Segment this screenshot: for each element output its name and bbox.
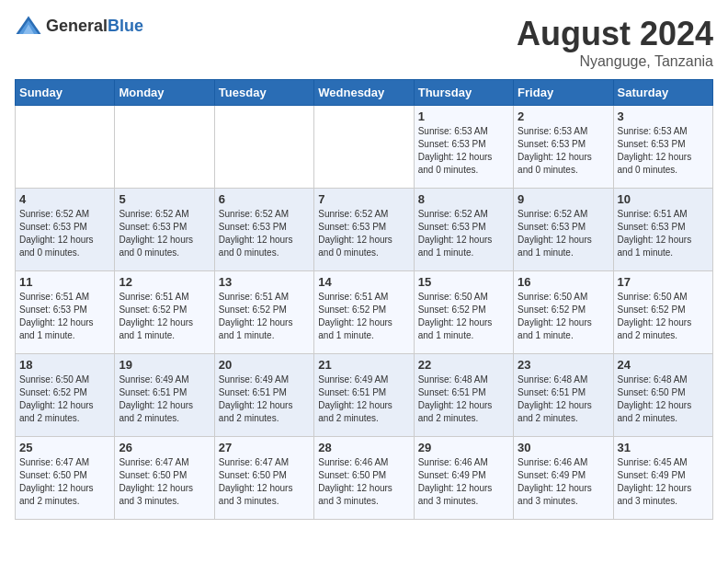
day-info: Sunrise: 6:50 AM Sunset: 6:52 PM Dayligh… <box>618 291 709 342</box>
day-number: 22 <box>418 358 509 372</box>
day-info: Sunrise: 6:52 AM Sunset: 6:53 PM Dayligh… <box>518 208 609 259</box>
logo-general-text: General <box>46 17 108 35</box>
day-number: 26 <box>119 441 210 454</box>
cell-2-4: 7Sunrise: 6:52 AM Sunset: 6:53 PM Daylig… <box>314 189 414 271</box>
header-monday: Monday <box>115 80 214 106</box>
day-info: Sunrise: 6:46 AM Sunset: 6:49 PM Dayligh… <box>518 456 609 508</box>
cell-2-6: 9Sunrise: 6:52 AM Sunset: 6:53 PM Daylig… <box>514 189 613 271</box>
day-number: 25 <box>19 441 110 454</box>
cell-3-2: 12Sunrise: 6:51 AM Sunset: 6:52 PM Dayli… <box>115 271 214 354</box>
day-number: 6 <box>219 192 310 206</box>
day-number: 24 <box>618 358 709 372</box>
cell-3-6: 16Sunrise: 6:50 AM Sunset: 6:52 PM Dayli… <box>514 271 613 354</box>
day-info: Sunrise: 6:51 AM Sunset: 6:52 PM Dayligh… <box>318 291 409 342</box>
week-row-1: 1Sunrise: 6:53 AM Sunset: 6:53 PM Daylig… <box>16 106 713 189</box>
day-number: 18 <box>19 358 110 372</box>
day-info: Sunrise: 6:52 AM Sunset: 6:53 PM Dayligh… <box>119 208 210 259</box>
day-info: Sunrise: 6:52 AM Sunset: 6:53 PM Dayligh… <box>19 208 110 259</box>
day-number: 31 <box>618 441 709 454</box>
day-info: Sunrise: 6:50 AM Sunset: 6:52 PM Dayligh… <box>518 291 609 342</box>
cell-4-5: 22Sunrise: 6:48 AM Sunset: 6:51 PM Dayli… <box>414 354 513 437</box>
title-section: August 2024 Nyanguge, Tanzania <box>517 15 713 70</box>
day-number: 19 <box>119 358 210 372</box>
day-number: 9 <box>518 192 609 206</box>
day-info: Sunrise: 6:49 AM Sunset: 6:51 PM Dayligh… <box>318 373 409 425</box>
cell-3-1: 11Sunrise: 6:51 AM Sunset: 6:53 PM Dayli… <box>16 271 115 354</box>
day-number: 1 <box>418 109 509 123</box>
cell-4-7: 24Sunrise: 6:48 AM Sunset: 6:50 PM Dayli… <box>613 354 712 437</box>
header-friday: Friday <box>514 80 613 106</box>
cell-5-5: 29Sunrise: 6:46 AM Sunset: 6:49 PM Dayli… <box>414 437 513 520</box>
cell-5-2: 26Sunrise: 6:47 AM Sunset: 6:50 PM Dayli… <box>115 437 214 520</box>
day-number: 16 <box>518 275 609 289</box>
cell-4-4: 21Sunrise: 6:49 AM Sunset: 6:51 PM Dayli… <box>314 354 414 437</box>
day-info: Sunrise: 6:52 AM Sunset: 6:53 PM Dayligh… <box>219 208 310 259</box>
cell-3-5: 15Sunrise: 6:50 AM Sunset: 6:52 PM Dayli… <box>414 271 513 354</box>
calendar-title: August 2024 <box>517 15 713 53</box>
cell-4-3: 20Sunrise: 6:49 AM Sunset: 6:51 PM Dayli… <box>214 354 313 437</box>
day-info: Sunrise: 6:47 AM Sunset: 6:50 PM Dayligh… <box>19 456 110 508</box>
cell-1-7: 3Sunrise: 6:53 AM Sunset: 6:53 PM Daylig… <box>613 106 712 189</box>
cell-4-1: 18Sunrise: 6:50 AM Sunset: 6:52 PM Dayli… <box>16 354 115 437</box>
cell-5-6: 30Sunrise: 6:46 AM Sunset: 6:49 PM Dayli… <box>514 437 613 520</box>
day-number: 8 <box>418 192 509 206</box>
day-info: Sunrise: 6:50 AM Sunset: 6:52 PM Dayligh… <box>19 373 110 425</box>
day-info: Sunrise: 6:53 AM Sunset: 6:53 PM Dayligh… <box>418 125 509 177</box>
day-number: 5 <box>119 192 210 206</box>
week-row-3: 11Sunrise: 6:51 AM Sunset: 6:53 PM Dayli… <box>16 271 713 354</box>
day-number: 7 <box>318 192 409 206</box>
day-info: Sunrise: 6:48 AM Sunset: 6:51 PM Dayligh… <box>518 373 609 425</box>
day-info: Sunrise: 6:49 AM Sunset: 6:51 PM Dayligh… <box>219 373 310 425</box>
day-number: 29 <box>418 441 509 454</box>
header-sunday: Sunday <box>16 80 115 106</box>
cell-2-2: 5Sunrise: 6:52 AM Sunset: 6:53 PM Daylig… <box>115 189 214 271</box>
cell-1-4 <box>314 106 414 189</box>
cell-2-7: 10Sunrise: 6:51 AM Sunset: 6:53 PM Dayli… <box>613 189 712 271</box>
day-number: 4 <box>19 192 110 206</box>
day-number: 2 <box>518 109 609 123</box>
day-number: 15 <box>418 275 509 289</box>
day-info: Sunrise: 6:46 AM Sunset: 6:49 PM Dayligh… <box>418 456 509 508</box>
day-info: Sunrise: 6:52 AM Sunset: 6:53 PM Dayligh… <box>418 208 509 259</box>
cell-2-1: 4Sunrise: 6:52 AM Sunset: 6:53 PM Daylig… <box>16 189 115 271</box>
cell-4-6: 23Sunrise: 6:48 AM Sunset: 6:51 PM Dayli… <box>514 354 613 437</box>
day-info: Sunrise: 6:47 AM Sunset: 6:50 PM Dayligh… <box>219 456 310 508</box>
calendar-table: Sunday Monday Tuesday Wednesday Thursday… <box>15 79 713 520</box>
day-info: Sunrise: 6:53 AM Sunset: 6:53 PM Dayligh… <box>618 125 709 177</box>
cell-1-3 <box>214 106 313 189</box>
day-info: Sunrise: 6:48 AM Sunset: 6:50 PM Dayligh… <box>618 373 709 425</box>
day-info: Sunrise: 6:48 AM Sunset: 6:51 PM Dayligh… <box>418 373 509 425</box>
cell-4-2: 19Sunrise: 6:49 AM Sunset: 6:51 PM Dayli… <box>115 354 214 437</box>
day-number: 11 <box>19 275 110 289</box>
cell-2-3: 6Sunrise: 6:52 AM Sunset: 6:53 PM Daylig… <box>214 189 313 271</box>
day-number: 28 <box>318 441 409 454</box>
cell-1-1 <box>16 106 115 189</box>
day-number: 20 <box>219 358 310 372</box>
day-info: Sunrise: 6:45 AM Sunset: 6:49 PM Dayligh… <box>618 456 709 508</box>
cell-5-4: 28Sunrise: 6:46 AM Sunset: 6:50 PM Dayli… <box>314 437 414 520</box>
day-number: 27 <box>219 441 310 454</box>
day-info: Sunrise: 6:51 AM Sunset: 6:52 PM Dayligh… <box>119 291 210 342</box>
logo-blue-text: Blue <box>108 17 143 35</box>
day-number: 21 <box>318 358 409 372</box>
week-row-5: 25Sunrise: 6:47 AM Sunset: 6:50 PM Dayli… <box>16 437 713 520</box>
day-info: Sunrise: 6:49 AM Sunset: 6:51 PM Dayligh… <box>119 373 210 425</box>
day-info: Sunrise: 6:51 AM Sunset: 6:52 PM Dayligh… <box>219 291 310 342</box>
header-thursday: Thursday <box>414 80 513 106</box>
cell-1-2 <box>115 106 214 189</box>
header-saturday: Saturday <box>613 80 712 106</box>
cell-1-6: 2Sunrise: 6:53 AM Sunset: 6:53 PM Daylig… <box>514 106 613 189</box>
cell-2-5: 8Sunrise: 6:52 AM Sunset: 6:53 PM Daylig… <box>414 189 513 271</box>
week-row-4: 18Sunrise: 6:50 AM Sunset: 6:52 PM Dayli… <box>16 354 713 437</box>
header-wednesday: Wednesday <box>314 80 414 106</box>
day-info: Sunrise: 6:51 AM Sunset: 6:53 PM Dayligh… <box>19 291 110 342</box>
day-number: 14 <box>318 275 409 289</box>
day-number: 3 <box>618 109 709 123</box>
day-info: Sunrise: 6:51 AM Sunset: 6:53 PM Dayligh… <box>618 208 709 259</box>
page-header: GeneralBlue August 2024 Nyanguge, Tanzan… <box>15 15 713 70</box>
day-info: Sunrise: 6:46 AM Sunset: 6:50 PM Dayligh… <box>318 456 409 508</box>
cell-5-3: 27Sunrise: 6:47 AM Sunset: 6:50 PM Dayli… <box>214 437 313 520</box>
cell-5-1: 25Sunrise: 6:47 AM Sunset: 6:50 PM Dayli… <box>16 437 115 520</box>
cell-5-7: 31Sunrise: 6:45 AM Sunset: 6:49 PM Dayli… <box>613 437 712 520</box>
cell-1-5: 1Sunrise: 6:53 AM Sunset: 6:53 PM Daylig… <box>414 106 513 189</box>
